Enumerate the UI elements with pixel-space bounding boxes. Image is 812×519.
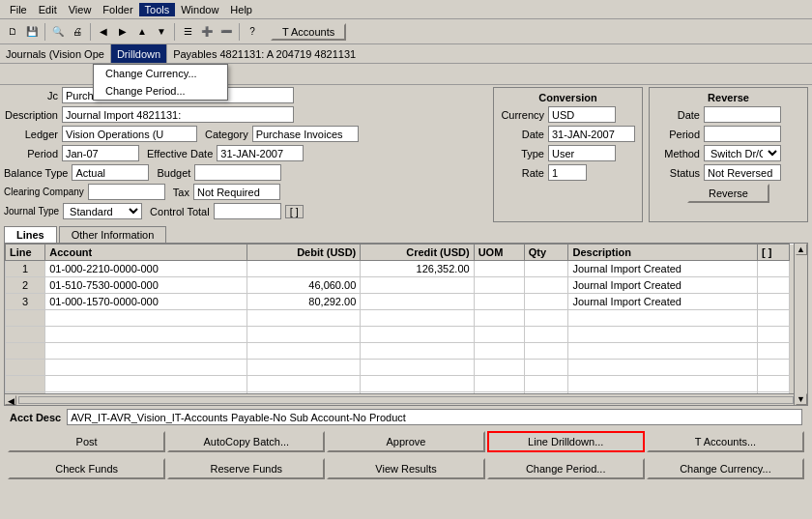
category-input[interactable] (252, 126, 359, 142)
cell-credit[interactable] (361, 360, 474, 376)
change-currency-button[interactable]: Change Currency... (647, 458, 804, 479)
breadcrumb-journals[interactable]: Journals (Vision Ope (0, 44, 111, 63)
cell-qty[interactable] (524, 343, 568, 360)
plus-icon[interactable]: ➕ (198, 23, 216, 41)
cell-uom[interactable] (474, 310, 524, 327)
budget-input[interactable] (194, 164, 281, 181)
cell-debit[interactable] (246, 261, 360, 277)
cell-debit[interactable] (246, 360, 360, 376)
horizontal-scrollbar[interactable]: ◀ ▶ (5, 393, 807, 405)
rev-status-input[interactable] (704, 164, 781, 181)
cell-description[interactable]: Journal Import Created (568, 294, 758, 310)
cell-account[interactable]: 01-000-2210-0000-000 (45, 261, 247, 277)
cell-qty[interactable] (524, 360, 568, 376)
cell-account[interactable]: 01-000-1570-0000-000 (45, 294, 247, 310)
cell-qty[interactable] (524, 277, 568, 294)
cell-qty[interactable] (524, 261, 568, 277)
balance-type-input[interactable] (72, 164, 149, 181)
effective-date-input[interactable] (217, 145, 304, 161)
approve-button[interactable]: Approve (327, 431, 484, 452)
cell-debit[interactable]: 46,060.00 (246, 277, 360, 294)
up-icon[interactable]: ▲ (133, 23, 151, 41)
check-funds-button[interactable]: Check Funds (8, 458, 165, 479)
list-icon[interactable]: ☰ (179, 23, 196, 41)
change-period-menu-item[interactable]: Change Period... (94, 82, 227, 100)
cell-credit[interactable] (361, 294, 474, 310)
cell-uom[interactable] (474, 360, 524, 376)
control-total-input[interactable] (214, 203, 281, 219)
cell-uom[interactable] (474, 327, 524, 343)
autocopy-button[interactable]: AutoCopy Batch... (167, 431, 325, 452)
cell-credit[interactable] (361, 327, 474, 343)
view-results-button[interactable]: View Results (327, 458, 484, 479)
cell-account[interactable] (45, 376, 247, 392)
tax-input[interactable] (193, 184, 280, 200)
menu-edit[interactable]: Edit (33, 3, 63, 16)
rev-method-select[interactable]: Switch Dr/Cr (704, 145, 781, 161)
cell-credit[interactable] (361, 376, 474, 392)
menu-folder[interactable]: Folder (97, 3, 138, 16)
cell-credit[interactable] (361, 343, 474, 360)
conv-rate-input[interactable] (548, 164, 587, 181)
cell-account[interactable] (45, 310, 247, 327)
tab-other-info[interactable]: Other Information (59, 226, 167, 243)
down-icon[interactable]: ▼ (153, 23, 170, 41)
scroll-up-btn[interactable]: ▲ (796, 244, 807, 255)
table-row[interactable] (6, 343, 807, 360)
conv-date-input[interactable] (548, 126, 635, 142)
cell-debit[interactable] (246, 343, 360, 360)
cell-debit[interactable] (246, 327, 360, 343)
cell-debit[interactable] (246, 376, 360, 392)
cell-uom[interactable] (474, 294, 524, 310)
rev-period-input[interactable] (704, 126, 781, 142)
arrow-left-icon[interactable]: ◀ (95, 23, 112, 41)
acct-desc-input[interactable] (67, 409, 802, 425)
cell-qty[interactable] (524, 294, 568, 310)
t-accounts-tab[interactable]: T Accounts (271, 23, 346, 41)
scroll-down-btn[interactable]: ▼ (796, 393, 807, 405)
table-row[interactable]: 1 01-000-2210-0000-000 126,352.00 Journa… (6, 261, 807, 277)
find-icon[interactable]: 🔍 (49, 23, 67, 41)
cell-account[interactable] (45, 360, 247, 376)
rev-date-input[interactable] (704, 106, 781, 123)
table-row[interactable] (6, 327, 807, 343)
breadcrumb-drilldown[interactable]: Drilldown (111, 44, 167, 63)
cell-uom[interactable] (474, 376, 524, 392)
cell-uom[interactable] (474, 277, 524, 294)
menu-view[interactable]: View (63, 3, 98, 16)
clearing-input[interactable] (88, 184, 165, 200)
vertical-scrollbar[interactable]: ▲ ▼ (794, 244, 807, 405)
table-row[interactable]: 2 01-510-7530-0000-000 46,060.00 Journal… (6, 277, 807, 294)
cell-uom[interactable] (474, 343, 524, 360)
new-icon[interactable]: 🗋 (4, 23, 21, 41)
reserve-funds-button[interactable]: Reserve Funds (167, 458, 325, 479)
post-button[interactable]: Post (8, 431, 165, 452)
cell-description[interactable] (568, 343, 758, 360)
cell-description[interactable] (568, 360, 758, 376)
minus-icon[interactable]: ➖ (218, 23, 235, 41)
cell-credit[interactable]: 126,352.00 (361, 261, 474, 277)
cell-account[interactable] (45, 327, 247, 343)
menu-file[interactable]: File (4, 3, 33, 16)
cell-debit[interactable] (246, 310, 360, 327)
cell-qty[interactable] (524, 327, 568, 343)
cell-qty[interactable] (524, 376, 568, 392)
t-accounts-button[interactable]: T Accounts... (647, 431, 804, 452)
change-period-button[interactable]: Change Period... (487, 458, 645, 479)
reverse-button[interactable]: Reverse (687, 184, 769, 203)
cell-credit[interactable] (361, 310, 474, 327)
save-icon[interactable]: 💾 (23, 23, 41, 41)
menu-tools[interactable]: Tools (139, 3, 176, 16)
cell-account[interactable]: 01-510-7530-0000-000 (45, 277, 247, 294)
arrow-right-icon[interactable]: ▶ (114, 23, 131, 41)
tab-lines[interactable]: Lines (4, 226, 57, 243)
cell-debit[interactable]: 80,292.00 (246, 294, 360, 310)
change-currency-menu-item[interactable]: Change Currency... (94, 65, 227, 82)
print-icon[interactable]: 🖨 (69, 23, 86, 41)
line-drilldown-button[interactable]: Line Drilldown... (487, 431, 645, 452)
period-input[interactable] (62, 145, 139, 161)
scroll-left-btn[interactable]: ◀ (5, 395, 16, 405)
conv-type-input[interactable] (548, 145, 616, 161)
description-input[interactable] (62, 106, 294, 123)
cell-description[interactable] (568, 327, 758, 343)
